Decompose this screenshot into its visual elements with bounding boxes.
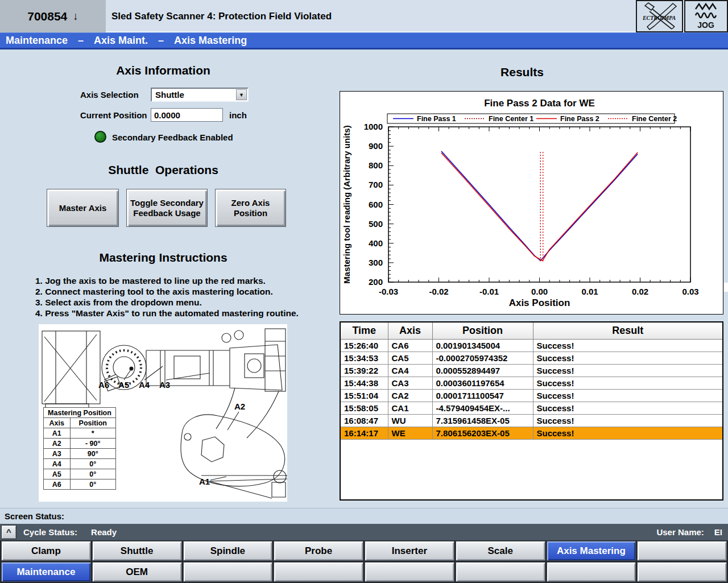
results-table-cell: WE [388,427,432,439]
svg-text:0.02: 0.02 [632,287,648,296]
svg-text:1000: 1000 [364,122,383,131]
results-table-row[interactable]: 15:39:22CA40.000552894497Success! [341,364,722,377]
results-table-cell: 0.0001711100547 [432,389,533,402]
svg-text:-0.02: -0.02 [429,287,448,296]
results-table-cell: 16:14:17 [341,427,388,439]
results-table-cell: Success! [533,414,722,427]
results-table-row[interactable]: 15:58:05CA1-4.579409454EX-...Success! [341,402,722,414]
jog-mode-icon[interactable]: JOG [684,0,728,32]
results-table-cell: CA5 [388,352,432,364]
robot-mastering-diagram: A6 A5 A4 A3 A2 A1 Mastering Position Axi… [39,324,287,502]
svg-text:200: 200 [369,277,383,287]
results-table-cell: 7.806156203EX-05 [432,427,533,439]
results-table-cell: CA1 [388,402,432,414]
mastering-position-cell: A1 [44,428,71,439]
results-table-cell: WU [388,414,432,427]
user-name-value: EI [714,527,722,537]
mastering-position-row: A1* [44,428,116,439]
svg-text:Fine Pass 2 Data for WE: Fine Pass 2 Data for WE [484,98,595,109]
results-table-cell: Success! [533,352,722,364]
results-table-row[interactable]: 16:08:47WU7.315961458EX-05Success! [341,414,722,427]
axis-selection-dropdown[interactable]: Shuttle ▼ [151,88,249,102]
svg-text:Fine Pass 2: Fine Pass 2 [560,115,599,123]
chevron-down-icon[interactable]: ▼ [236,89,247,100]
results-table-cell: CA2 [388,389,432,402]
results-table-row[interactable]: 15:26:40CA60.001901345004Success! [341,339,722,352]
nav-button-probe[interactable]: Probe [274,541,363,561]
mp-col-position: Position [70,418,115,428]
svg-text:0.01: 0.01 [581,287,598,296]
nav-button-empty [637,562,727,582]
master-axis-button[interactable]: Master Axis [47,189,119,227]
results-table-cell: 15:39:22 [341,364,388,377]
operations-title: Shuttle Operations [78,163,249,177]
nav-button-spindle[interactable]: Spindle [183,541,273,561]
nav-button-clamp[interactable]: Clamp [1,541,91,561]
breadcrumb-maintenance[interactable]: Maintenance [6,35,68,47]
position-unit-label: inch [229,110,247,120]
nav-button-maintenance[interactable]: Maintenance [1,562,91,582]
nav-button-axis-mastering[interactable]: Axis Mastering [547,541,636,561]
toggle-secondary-feedback-button[interactable]: Toggle Secondary Feedback Usage [126,189,208,227]
chart-svg: -0.03-0.02-0.010.000.010.020.03200300400… [340,92,723,314]
results-table-cell: 15:58:05 [341,402,388,414]
breadcrumb-axis-maint[interactable]: Axis Maint. [94,35,148,47]
current-position-field[interactable] [151,108,223,122]
mastering-position-table-title: Mastering Position [44,408,116,418]
alarm-id: 700854 [27,10,67,23]
results-title: Results [437,65,607,79]
results-table-cell: 0.001901345004 [432,339,533,352]
mastering-position-cell: 90° [70,449,115,459]
results-table-row[interactable]: 15:44:38CA30.0003601197654Success! [341,377,722,389]
mastering-instructions-title: Mastering Instructions [78,251,249,264]
results-table-cell: CA3 [388,377,432,389]
svg-text:Fine Center 2: Fine Center 2 [632,115,677,123]
secondary-feedback-led [94,131,106,143]
results-table-box: TimeAxisPositionResult 15:26:40CA60.0019… [340,321,723,501]
mastering-position-cell: A3 [44,449,71,459]
screen-navigation-grid: ClampShuttleSpindleProbeInserterScaleAxi… [0,540,728,583]
user-name-label: User Name: [656,527,704,537]
zero-axis-position-button[interactable]: Zero Axis Position [215,189,286,227]
svg-text:Axis Position: Axis Position [509,297,570,308]
nav-button-empty [274,562,363,582]
electroimpact-logo-icon: ECTROIMPA [636,0,683,32]
results-table-row[interactable]: 16:14:17WE7.806156203EX-05Success! [341,427,722,439]
breadcrumb-axis-mastering[interactable]: Axis Mastering [174,35,247,47]
results-table-cell: Success! [533,427,722,439]
results-table-cell: -4.579409454EX-... [432,402,533,414]
axis-label-a6: A6 [98,380,109,390]
cycle-status-value: Ready [91,527,117,537]
results-table-cell: 15:26:40 [341,339,388,352]
secondary-feedback-label: Secondary Feedback Enabled [112,133,233,142]
nav-button-oem[interactable]: OEM [92,562,182,582]
axis-label-a4: A4 [139,380,150,390]
collapse-panel-button[interactable]: ^ [1,525,16,539]
hmi-screen: 700854 ↓ Sled Safety Scanner 4: Protecti… [0,0,728,583]
alarm-id-box[interactable]: 700854 ↓ [0,0,106,32]
results-table-cell: Success! [533,339,722,352]
svg-text:700: 700 [369,180,383,189]
svg-text:300: 300 [369,258,383,267]
cycle-status-bar: ^ Cycle Status: Ready User Name: EI [0,524,728,540]
nav-button-empty [547,562,636,582]
mastering-position-cell: - 90° [70,439,115,449]
mastering-position-row: A50° [44,469,116,479]
axis-label-a2: A2 [234,402,245,411]
nav-button-inserter[interactable]: Inserter [365,541,454,561]
cycle-status-label: Cycle Status: [23,527,77,537]
results-table-cell: Success! [533,364,722,377]
nav-button-empty [183,562,273,582]
results-table-cell: 15:34:53 [341,352,388,364]
results-table-row[interactable]: 15:51:04CA20.0001711100547Success! [341,389,722,402]
nav-button-shuttle[interactable]: Shuttle [92,541,182,561]
results-column-header: Axis [388,322,432,339]
results-table-cell: Success! [533,402,722,414]
results-table-row[interactable]: 15:34:53CA5-0.0002705974352Success! [341,352,722,364]
results-table-cell: 15:51:04 [341,389,388,402]
nav-button-scale[interactable]: Scale [456,541,545,561]
results-table-cell: CA6 [388,339,432,352]
results-column-header: Time [341,322,388,339]
axis-selection-label: Axis Selection [80,90,139,100]
alarm-dropdown-arrow-icon[interactable]: ↓ [73,10,78,23]
